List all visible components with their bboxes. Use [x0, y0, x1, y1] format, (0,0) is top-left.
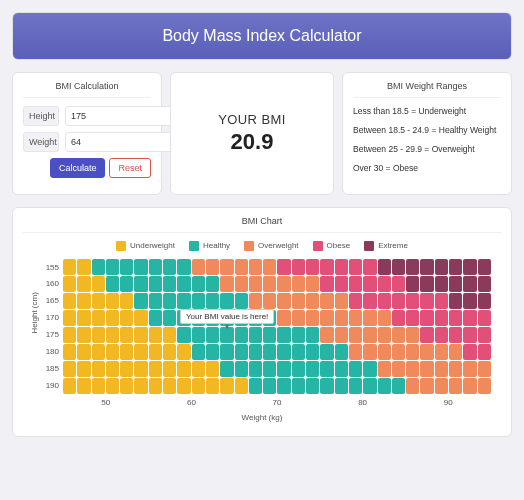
heatmap-cell[interactable]	[478, 293, 491, 309]
heatmap-cell[interactable]	[249, 344, 262, 360]
heatmap-cell[interactable]	[363, 361, 376, 377]
heatmap-cell[interactable]	[77, 327, 90, 343]
heatmap-cell[interactable]	[463, 259, 476, 275]
heatmap-cell[interactable]	[349, 310, 362, 326]
heatmap-cell[interactable]	[77, 378, 90, 394]
heatmap-cell[interactable]	[106, 378, 119, 394]
heatmap-cell[interactable]	[378, 259, 391, 275]
heatmap-cell[interactable]	[206, 378, 219, 394]
heatmap-cell[interactable]	[92, 378, 105, 394]
heatmap-cell[interactable]	[378, 361, 391, 377]
heatmap-cell[interactable]	[420, 276, 433, 292]
heatmap-cell[interactable]	[392, 327, 405, 343]
heatmap-cell[interactable]	[420, 378, 433, 394]
heatmap-cell[interactable]	[92, 327, 105, 343]
heatmap-cell[interactable]	[478, 276, 491, 292]
heatmap-cell[interactable]	[463, 310, 476, 326]
heatmap-cell[interactable]	[435, 293, 448, 309]
heatmap-cell[interactable]	[306, 378, 319, 394]
heatmap-cell[interactable]	[63, 293, 76, 309]
heatmap-cell[interactable]	[306, 310, 319, 326]
heatmap-cell[interactable]	[63, 344, 76, 360]
heatmap-cell[interactable]	[149, 276, 162, 292]
heatmap-cell[interactable]	[192, 344, 205, 360]
heatmap-cell[interactable]	[277, 327, 290, 343]
heatmap-cell[interactable]	[435, 378, 448, 394]
heatmap-cell[interactable]	[192, 259, 205, 275]
heatmap-cell[interactable]	[435, 344, 448, 360]
heatmap-cell[interactable]	[206, 293, 219, 309]
heatmap-cell[interactable]	[449, 276, 462, 292]
heatmap-cell[interactable]	[406, 378, 419, 394]
heatmap-cell[interactable]	[435, 259, 448, 275]
heatmap-cell[interactable]	[92, 361, 105, 377]
heatmap-cell[interactable]	[292, 327, 305, 343]
heatmap-cell[interactable]	[106, 259, 119, 275]
heatmap-cell[interactable]	[277, 344, 290, 360]
heatmap-cell[interactable]	[435, 310, 448, 326]
heatmap-cell[interactable]	[106, 361, 119, 377]
heatmap-cell[interactable]	[63, 276, 76, 292]
heatmap-cell[interactable]	[335, 361, 348, 377]
heatmap-cell[interactable]	[335, 378, 348, 394]
heatmap-cell[interactable]	[420, 293, 433, 309]
heatmap-cell[interactable]	[220, 276, 233, 292]
heatmap-cell[interactable]	[235, 293, 248, 309]
heatmap-cell[interactable]	[235, 378, 248, 394]
heatmap-cell[interactable]	[335, 293, 348, 309]
heatmap-cell[interactable]	[134, 310, 147, 326]
heatmap-cell[interactable]	[177, 378, 190, 394]
heatmap-cell[interactable]	[420, 259, 433, 275]
heatmap-cell[interactable]	[220, 259, 233, 275]
heatmap-cell[interactable]	[134, 344, 147, 360]
heatmap-cell[interactable]	[134, 361, 147, 377]
heatmap-cell[interactable]	[263, 378, 276, 394]
heatmap-cell[interactable]	[363, 378, 376, 394]
heatmap-cell[interactable]	[277, 361, 290, 377]
heatmap-cell[interactable]	[292, 344, 305, 360]
heatmap-cell[interactable]	[149, 327, 162, 343]
heatmap-cell[interactable]	[92, 276, 105, 292]
heatmap-cell[interactable]	[349, 344, 362, 360]
heatmap-cell[interactable]	[206, 276, 219, 292]
heatmap-cell[interactable]	[406, 327, 419, 343]
heatmap-cell[interactable]	[249, 378, 262, 394]
heatmap-cell[interactable]	[406, 344, 419, 360]
heatmap-cell[interactable]	[220, 293, 233, 309]
heatmap-cell[interactable]	[378, 327, 391, 343]
heatmap-cell[interactable]	[163, 259, 176, 275]
heatmap-cell[interactable]	[378, 293, 391, 309]
heatmap-cell[interactable]	[177, 276, 190, 292]
heatmap-cell[interactable]	[163, 378, 176, 394]
heatmap-cell[interactable]	[106, 327, 119, 343]
heatmap-cell[interactable]	[177, 361, 190, 377]
heatmap-cell[interactable]	[306, 361, 319, 377]
heatmap-cell[interactable]	[292, 293, 305, 309]
heatmap-cell[interactable]	[378, 310, 391, 326]
heatmap-cell[interactable]	[249, 259, 262, 275]
heatmap-cell[interactable]	[177, 293, 190, 309]
heatmap-cell[interactable]	[92, 310, 105, 326]
heatmap-cell[interactable]	[134, 293, 147, 309]
heatmap-cell[interactable]	[235, 361, 248, 377]
heatmap-cell[interactable]	[306, 344, 319, 360]
heatmap-cell[interactable]	[277, 310, 290, 326]
heatmap-cell[interactable]	[106, 310, 119, 326]
heatmap-cell[interactable]	[349, 327, 362, 343]
heatmap-cell[interactable]	[478, 310, 491, 326]
heatmap-cell[interactable]	[420, 344, 433, 360]
heatmap-cell[interactable]	[206, 361, 219, 377]
heatmap-cell[interactable]	[363, 310, 376, 326]
heatmap-cell[interactable]	[406, 361, 419, 377]
heatmap-cell[interactable]	[77, 361, 90, 377]
heatmap-cell[interactable]	[420, 327, 433, 343]
heatmap-cell[interactable]	[320, 378, 333, 394]
heatmap-cell[interactable]	[335, 310, 348, 326]
heatmap-cell[interactable]	[363, 259, 376, 275]
heatmap-cell[interactable]	[463, 293, 476, 309]
heatmap-cell[interactable]	[392, 293, 405, 309]
heatmap-cell[interactable]	[478, 378, 491, 394]
heatmap-cell[interactable]	[92, 293, 105, 309]
heatmap-cell[interactable]	[478, 344, 491, 360]
heatmap-cell[interactable]	[449, 361, 462, 377]
